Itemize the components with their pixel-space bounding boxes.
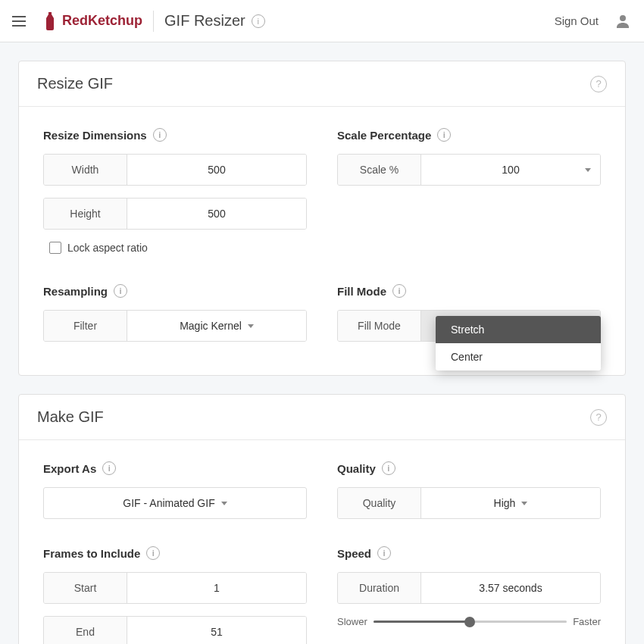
scale-percentage-label: Scale Percentage i	[337, 128, 601, 142]
quality-label: Quality i	[337, 461, 601, 475]
fillmode-menu: Stretch Center	[436, 316, 601, 370]
slower-label: Slower	[337, 616, 367, 627]
fillmode-input-label: Fill Mode	[338, 311, 421, 341]
chevron-down-icon	[521, 502, 527, 505]
speed-info-icon[interactable]: i	[377, 546, 391, 560]
scale-input-label: Scale %	[338, 155, 421, 185]
faster-label: Faster	[573, 616, 601, 627]
make-card-header: Make GIF ?	[19, 395, 625, 440]
speed-slider[interactable]	[374, 621, 567, 623]
resize-dimensions-label: Resize Dimensions i	[43, 128, 307, 142]
height-input-row: Height	[43, 198, 307, 230]
chevron-down-icon	[585, 168, 591, 172]
make-card-title: Make GIF	[37, 408, 590, 426]
page-info-icon[interactable]: i	[252, 14, 265, 28]
resampling-info-icon[interactable]: i	[114, 284, 127, 298]
height-input[interactable]	[127, 199, 306, 229]
dimensions-info-icon[interactable]: i	[153, 128, 167, 142]
page-title: GIF Resizer	[164, 12, 245, 30]
slider-fill	[374, 621, 470, 623]
header-divider	[153, 11, 154, 32]
ketchup-bottle-icon	[42, 11, 58, 32]
width-label: Width	[44, 155, 127, 185]
fillmode-info-icon[interactable]: i	[392, 284, 406, 298]
fillmode-label: Fill Mode i	[337, 284, 601, 298]
export-as-label: Export As i	[43, 461, 307, 475]
scale-info-icon[interactable]: i	[437, 128, 451, 142]
frames-info-icon[interactable]: i	[146, 546, 160, 560]
fillmode-option-stretch[interactable]: Stretch	[436, 316, 601, 343]
start-label: Start	[44, 573, 127, 603]
end-frame-row: End	[43, 616, 307, 644]
lock-aspect-checkbox[interactable]	[49, 242, 61, 254]
quality-input-label: Quality	[338, 488, 421, 518]
lock-aspect-row[interactable]: Lock aspect ratio	[49, 242, 307, 254]
scale-dropdown[interactable]: 100	[421, 155, 600, 185]
resize-help-icon[interactable]: ?	[590, 76, 607, 92]
resize-card-header: Resize GIF ?	[19, 61, 625, 107]
resize-card-title: Resize GIF	[37, 75, 590, 92]
duration-row: Duration	[337, 572, 601, 604]
svg-point-0	[620, 15, 626, 21]
quality-dropdown[interactable]: High	[421, 488, 600, 518]
brand-name: RedKetchup	[62, 13, 142, 29]
width-input[interactable]	[127, 155, 306, 185]
speed-slider-row: Slower Faster	[337, 616, 601, 627]
resampling-label: Resampling i	[43, 284, 307, 298]
app-header: RedKetchup GIF Resizer i Sign Out	[0, 0, 644, 42]
export-dropdown[interactable]: GIF - Animated GIF	[43, 487, 307, 519]
width-input-row: Width	[43, 154, 307, 186]
quality-info-icon[interactable]: i	[382, 461, 395, 475]
fillmode-option-center[interactable]: Center	[436, 343, 601, 370]
resize-gif-card: Resize GIF ? Resize Dimensions i Width H…	[18, 61, 626, 376]
start-frame-row: Start	[43, 572, 307, 604]
chevron-down-icon	[248, 324, 254, 328]
end-input[interactable]	[127, 617, 306, 644]
chevron-down-icon	[221, 502, 227, 505]
frames-label: Frames to Include i	[43, 546, 307, 560]
make-gif-card: Make GIF ? Export As i GIF - Animated GI…	[18, 394, 626, 644]
end-label: End	[44, 617, 127, 644]
speed-label: Speed i	[337, 546, 601, 560]
start-input[interactable]	[127, 573, 306, 603]
main-content: Resize GIF ? Resize Dimensions i Width H…	[0, 42, 644, 644]
quality-input-row: Quality High	[337, 487, 601, 519]
scale-input-row: Scale % 100	[337, 154, 601, 186]
height-label: Height	[44, 199, 127, 229]
hamburger-menu-icon[interactable]	[12, 12, 30, 30]
filter-label: Filter	[44, 311, 127, 341]
lock-aspect-label: Lock aspect ratio	[67, 242, 148, 254]
filter-input-row: Filter Magic Kernel	[43, 310, 307, 342]
duration-label: Duration	[338, 573, 421, 603]
make-help-icon[interactable]: ?	[590, 409, 607, 426]
sign-out-link[interactable]: Sign Out	[555, 14, 599, 27]
user-icon[interactable]	[614, 12, 632, 30]
brand-logo[interactable]: RedKetchup	[42, 11, 142, 32]
export-info-icon[interactable]: i	[102, 461, 116, 475]
filter-dropdown[interactable]: Magic Kernel	[127, 311, 306, 341]
duration-input[interactable]	[421, 573, 600, 603]
slider-thumb[interactable]	[464, 617, 475, 627]
